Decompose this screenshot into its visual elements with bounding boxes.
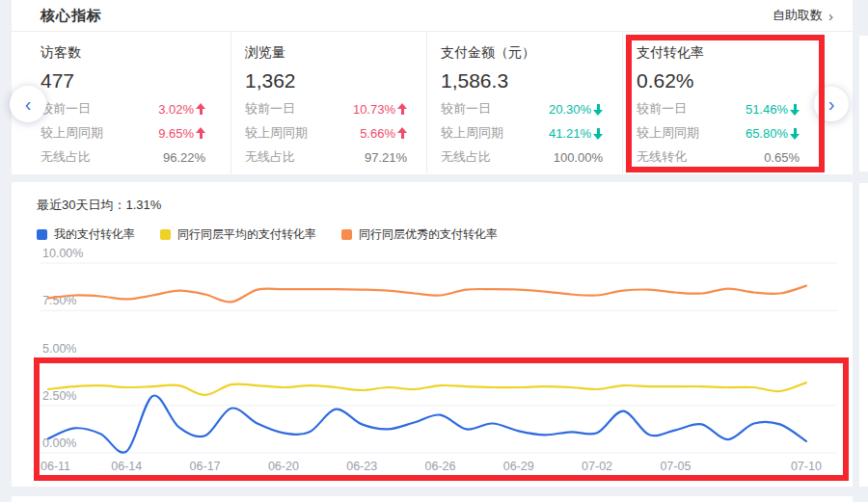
chevron-right-icon: › <box>828 9 833 23</box>
change-row-label: 较上周同期 <box>245 124 308 142</box>
metric-card-title: 支付金额（元） <box>441 44 603 62</box>
change-row-value: 20.30% <box>549 102 591 117</box>
change-row-value: 100.00% <box>554 150 603 165</box>
self-service-data-link[interactable]: 自助取数 › <box>773 7 833 24</box>
metric-card-2[interactable]: 支付金额（元）1,586.3较前一日20.30%较上周同期41.21%无线占比1… <box>427 32 623 173</box>
trend-down-icon <box>593 103 603 116</box>
trend-down-icon <box>790 103 800 116</box>
thirty-day-average-label: 最近30天日均：1.31% <box>37 197 853 214</box>
change-row-label: 无线占比 <box>41 148 91 166</box>
change-row-label: 较上周同期 <box>441 124 503 142</box>
change-row-label: 较上周同期 <box>41 124 103 142</box>
metric-change-row: 较前一日10.73% <box>245 100 407 118</box>
metric-change-row: 较上周同期5.66% <box>245 124 407 142</box>
metric-card-value: 0.62% <box>637 69 800 92</box>
y-axis-tick-label: 5.00% <box>42 342 76 356</box>
change-row-value: 65.80% <box>746 126 788 141</box>
line-chart-canvas[interactable]: 0.00%2.50%5.00%7.50%10.00%06-1106-1406-1… <box>37 238 852 481</box>
metric-change-row: 无线占比96.22% <box>41 148 205 166</box>
change-row-value: 97.21% <box>365 150 407 165</box>
metric-card-value: 1,586.3 <box>441 69 603 92</box>
change-row-value: 96.22% <box>163 150 205 165</box>
change-row-label: 较前一日 <box>637 100 687 118</box>
change-row-label: 较前一日 <box>441 100 491 118</box>
metric-change-row: 较上周同期9.65% <box>41 124 205 142</box>
metric-card-1[interactable]: 浏览量1,362较前一日10.73%较上周同期5.66%无线占比97.21% <box>231 32 427 173</box>
metric-change-row: 无线转化0.65% <box>637 148 800 166</box>
metric-card-title: 支付转化率 <box>637 44 800 62</box>
x-axis-tick-label: 06-17 <box>190 460 221 473</box>
series-line-0 <box>48 395 806 452</box>
change-row-label: 无线占比 <box>245 148 295 166</box>
metric-change-row: 较前一日51.46% <box>637 100 800 118</box>
change-row-value: 0.65% <box>764 150 800 165</box>
panel-header: 核心指标 自助取数 › <box>12 0 853 32</box>
chart-header: 最近30天日均：1.31% 我的支付转化率同行同层平均的支付转化率同行同层优秀的… <box>12 182 853 243</box>
carousel-next-card-peek <box>859 36 868 172</box>
x-axis-tick-label: 06-11 <box>41 460 70 473</box>
series-line-2 <box>48 286 806 303</box>
trend-down-icon <box>593 127 603 140</box>
core-metrics-panel: 核心指标 自助取数 › 访客数477较前一日3.02%较上周同期9.65%无线占… <box>12 0 853 174</box>
y-axis-tick-label: 2.50% <box>42 389 76 403</box>
change-row-value: 9.65% <box>158 126 194 141</box>
metric-change-row: 较前一日20.30% <box>441 100 603 118</box>
x-axis-tick-label: 07-10 <box>791 460 822 473</box>
x-axis-tick-label: 06-20 <box>268 460 299 473</box>
metric-change-row: 较前一日3.02% <box>41 100 205 118</box>
metric-change-row: 无线占比97.21% <box>245 148 407 166</box>
self-service-data-label: 自助取数 <box>773 7 823 24</box>
series-line-1 <box>48 383 806 395</box>
carousel-next-button[interactable]: › <box>814 87 849 121</box>
metric-card-value: 1,362 <box>245 69 407 92</box>
change-row-label: 较前一日 <box>41 100 91 118</box>
y-axis-tick-label: 10.00% <box>42 247 83 260</box>
right-panel-peek <box>859 183 868 487</box>
carousel-prev-button[interactable]: ‹ <box>10 86 46 122</box>
change-row-value: 51.46% <box>746 102 788 117</box>
chevron-right-icon: › <box>828 93 835 116</box>
change-row-value: 3.02% <box>158 102 194 117</box>
page-title: 核心指标 <box>41 7 102 25</box>
metric-change-row: 较上周同期65.80% <box>637 124 800 142</box>
change-row-value: 41.21% <box>549 126 591 141</box>
change-row-label: 无线转化 <box>637 148 687 166</box>
trend-up-icon <box>196 127 205 140</box>
change-row-label: 无线占比 <box>441 148 491 166</box>
x-axis-tick-label: 07-05 <box>660 460 691 473</box>
metric-card-value: 477 <box>41 69 205 92</box>
trend-up-icon <box>397 103 407 116</box>
change-row-value: 5.66% <box>360 126 395 141</box>
metric-card-title: 访客数 <box>41 44 205 62</box>
metric-card-3[interactable]: 支付转化率0.62%较前一日51.46%较上周同期65.80%无线转化0.65% <box>623 32 819 173</box>
metric-change-row: 较上周同期41.21% <box>441 124 603 142</box>
x-axis-tick-label: 07-02 <box>582 460 612 473</box>
metric-cards-row: 访客数477较前一日3.02%较上周同期9.65%无线占比96.22%浏览量1,… <box>12 32 853 173</box>
conversion-chart-panel: 最近30天日均：1.31% 我的支付转化率同行同层平均的支付转化率同行同层优秀的… <box>12 182 853 487</box>
x-axis-tick-label: 06-14 <box>111 460 142 473</box>
change-row-label: 较前一日 <box>245 100 295 118</box>
conversion-line-chart: 0.00%2.50%5.00%7.50%10.00%06-1106-1406-1… <box>37 238 852 481</box>
next-section-panel <box>12 496 853 502</box>
trend-down-icon <box>790 127 800 140</box>
x-axis-tick-label: 06-26 <box>425 460 456 473</box>
metric-change-row: 无线占比100.00% <box>441 148 603 166</box>
trend-up-icon <box>196 103 205 116</box>
trend-up-icon <box>397 127 407 140</box>
change-row-label: 较上周同期 <box>637 124 699 142</box>
metric-card-title: 浏览量 <box>245 44 407 62</box>
x-axis-tick-label: 06-29 <box>503 460 534 473</box>
change-row-value: 10.73% <box>353 102 395 117</box>
chevron-left-icon: ‹ <box>25 93 32 116</box>
x-axis-tick-label: 06-23 <box>346 460 377 473</box>
